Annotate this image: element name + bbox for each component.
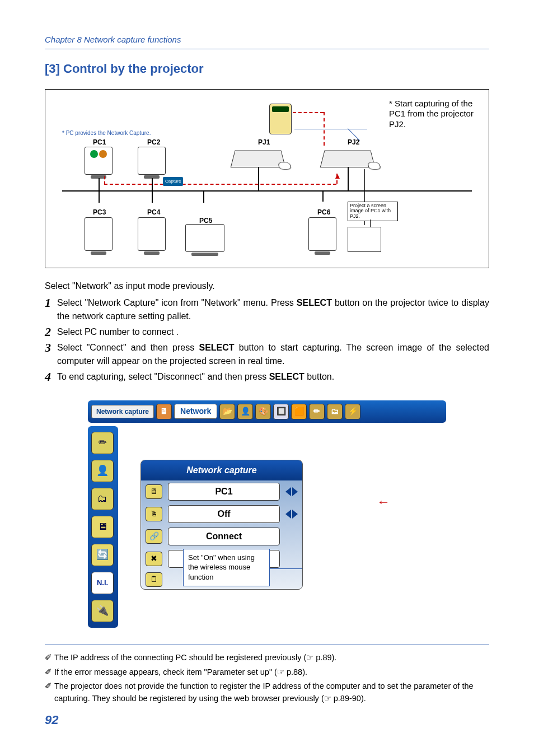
disconnect-icon: ✖ [146,552,162,566]
step-2: 2 Select PC number to connect . [45,325,489,339]
menu-icon: 🟧 [291,404,307,419]
network-tab-label: Network [174,404,217,419]
monitor-icon: 🖥 [91,516,114,538]
pc4-icon [138,217,166,251]
menu-icon: ⚡ [345,404,360,419]
footnote-mark-icon: ✐ [45,680,52,705]
footnote-text: If the error message appears, check item… [54,666,489,679]
settings-icon: 🗒 [146,572,162,587]
step-number: 4 [45,370,57,384]
connect-label: Connect [168,528,280,545]
menu-icon: ✏ [309,404,325,419]
step-number: 2 [45,325,57,339]
footnote-text: The IP address of the connecting PC shou… [54,652,489,664]
pc1-label: PC1 [93,137,106,147]
select-keyword: SELECT [297,298,332,307]
osd-side-column: ✏ 👤 🗂 🖥 🔄 N.I. 🔌 [88,426,118,628]
menu-icon: 🎨 [255,404,271,419]
pc-icon: 🖥 [146,484,162,499]
arrow-left-icon [285,487,291,496]
arrow-right-icon [292,510,298,519]
step-text: Select "Network Capture" icon from "Netw… [57,298,297,307]
pc3-label: PC3 [93,207,106,217]
pj1-label: PJ1 [258,137,270,147]
toggle-value: Off [168,505,280,523]
remote-icon [269,104,292,134]
step-text: Select PC number to connect . [57,325,489,339]
osd-menu-bar: Network capture 🖥 Network 📂 👤 🎨 🔲 🟧 ✏ 🗂 … [88,400,446,423]
drop-line [203,190,204,203]
decorative-dot [99,150,107,158]
footnote-mark-icon: ✐ [45,666,52,679]
select-keyword: SELECT [199,343,234,352]
select-keyword: SELECT [269,372,305,381]
wireless-mouse-annotation: Set "On" when using the wireless mouse f… [183,549,270,586]
projection-screen-icon [348,227,381,252]
face-icon: 👤 [91,460,114,482]
step-number: 1 [45,296,57,323]
callout-line [294,129,367,129]
drop-line [152,190,153,203]
pj2-icon [320,150,376,167]
connect-row: 🔗 Connect [141,525,302,548]
transfer-icon: 🔄 [91,544,114,566]
dashed-line [104,184,336,185]
pen-icon: ✏ [91,432,114,454]
red-arrow-icon: ← [377,492,390,512]
footnote-2: ✐ If the error message appears, check it… [45,666,489,679]
step-text: Select "Connect" and then press [57,343,199,352]
drop-line [348,167,349,190]
page-number: 92 [45,711,489,729]
osd-figure: Network capture 🖥 Network 📂 👤 🎨 🔲 🟧 ✏ 🗂 … [88,400,446,628]
dashed-line [293,112,324,113]
pc2-label: PC2 [147,137,160,147]
menu-icon: 🖥 [156,404,172,419]
annotation-line [270,568,302,569]
card-icon: 🗂 [91,488,114,510]
footnotes: ✐ The IP address of the connecting PC sh… [45,645,489,705]
callout-line [370,220,371,227]
pc4-label: PC4 [147,207,160,217]
drop-line [99,190,100,203]
network-line [62,190,472,192]
step-text: To end capturing, select "Disconnect" an… [57,372,269,381]
network-diagram: * PC provides the Network Capture. PC1 P… [45,89,489,268]
step-4: 4 To end capturing, select "Disconnect" … [45,370,489,384]
toggle-row: 🖱 Off [141,503,302,525]
footnote-mark-icon: ✐ [45,652,52,664]
sn-icon: 🔌 [91,600,114,622]
capture-chip: Capture [163,177,183,186]
arrow-up-icon: ▲ [334,170,341,182]
diagram-note: * PC provides the Network Capture. [62,129,151,137]
pc6-icon [308,217,336,251]
pc1-icon [85,147,113,175]
menu-icon: 🔲 [273,404,289,419]
mouse-icon: 🖱 [146,507,162,521]
step-number: 3 [45,341,57,368]
pj1-icon [231,150,286,167]
menu-icon: 📂 [219,404,235,419]
drop-line [322,190,324,202]
intro-text: Select "Network" as input mode previousl… [45,279,489,293]
step-text: button. [305,372,334,381]
pc5-icon [185,224,224,252]
pc2-icon [138,147,166,175]
pallet-title: Network capture [141,460,302,480]
step-3: 3 Select "Connect" and then press SELECT… [45,341,489,368]
ni-icon: N.I. [91,572,114,594]
start-capture-callout: * Start capturing of the PC1 from the pr… [386,96,481,132]
pc3-icon [85,217,113,251]
arrow-right-icon [292,487,298,496]
section-title: [3] Control by the projector [45,59,489,78]
drop-line [99,178,100,190]
footnote-text: The projector does not provide the funct… [54,680,489,705]
chapter-header: Chapter 8 Network capture functions [45,34,489,49]
step-1: 1 Select "Network Capture" icon from "Ne… [45,296,489,323]
drop-line [258,167,259,190]
arrow-left-icon [285,510,291,519]
pc-row: 🖥 PC1 [141,480,302,503]
pc6-label: PC6 [317,207,330,217]
pc-value: PC1 [168,483,280,501]
decorative-dot [90,150,98,158]
footnote-3: ✐ The projector does not provide the fun… [45,680,489,705]
